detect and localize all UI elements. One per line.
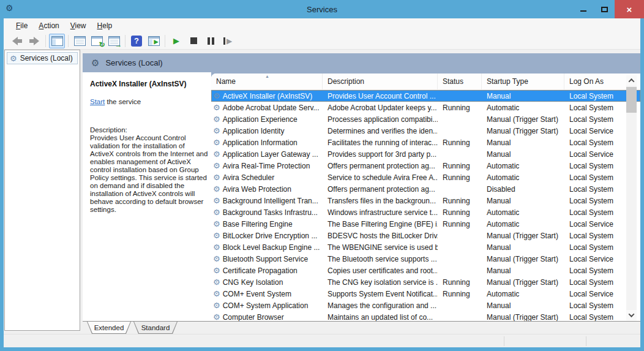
service-gear-icon: ⚙ (213, 313, 220, 321)
view-tabs: ExtendedStandard (83, 321, 640, 334)
table-row[interactable]: ⚙Bluetooth Support Service The Bluetooth… (211, 253, 640, 265)
menu-item[interactable]: Help (92, 20, 118, 32)
service-gear-icon: ⚙ (213, 208, 220, 216)
service-gear-icon: ⚙ (213, 232, 220, 240)
services-window: ⚙ Services × FileActionViewHelp ↻ → ? (0, 0, 644, 351)
table-row[interactable]: ⚙Application Information Facilitates the… (211, 137, 640, 148)
restart-service-icon[interactable]: ▶ (220, 34, 236, 48)
description-text: Provides User Account Control validation… (90, 134, 210, 214)
table-row[interactable]: ⚙Application Experience Processes applic… (211, 113, 640, 125)
service-gear-icon: ⚙ (213, 290, 220, 298)
service-gear-icon: ⚙ (213, 173, 220, 181)
table-row[interactable]: ⚙Avira Scheduler Service to schedule Avi… (211, 172, 640, 183)
properties-icon[interactable] (72, 34, 88, 48)
window-border-right (640, 18, 644, 351)
table-row[interactable]: ⚙Adobe Acrobat Update Serv... Adobe Acro… (211, 102, 640, 113)
window-title: Services (0, 5, 644, 14)
stop-service-icon[interactable] (185, 34, 201, 48)
window-controls: × (573, 0, 644, 18)
service-rows: ⚙ActiveX Installer (AxInstSV) Provides U… (211, 90, 640, 321)
tree-item-services-local[interactable]: ⚙ Services (Local) (7, 52, 78, 64)
table-row[interactable]: ⚙Background Intelligent Tran... Transfer… (211, 195, 640, 206)
maximize-button[interactable] (594, 0, 615, 18)
service-gear-icon: ⚙ (213, 243, 220, 251)
maximize-icon (601, 7, 608, 12)
service-gear-icon: ⚙ (213, 197, 220, 205)
menu-item[interactable]: View (66, 20, 91, 32)
table-row[interactable]: ⚙Computer Browser Maintains an updated l… (211, 311, 640, 321)
refresh-icon[interactable]: ↻ (89, 34, 105, 48)
forward-icon[interactable] (26, 34, 42, 48)
status-bar (4, 334, 640, 347)
column-header-log-on-as[interactable]: Log On As (564, 74, 626, 89)
list-header: Name Description Status Startup Type Log… (211, 74, 640, 90)
table-row[interactable]: ⚙Application Layer Gateway ... Provides … (211, 148, 640, 160)
selected-service-title: ActiveX Installer (AxInstSV) (90, 80, 206, 88)
menu-item[interactable]: File (11, 20, 32, 32)
status-bar-separator (504, 336, 504, 346)
table-row[interactable]: ⚙Avira Real-Time Protection Offers perma… (211, 160, 640, 172)
service-gear-icon: ⚙ (213, 255, 220, 263)
service-action: Start the service (90, 98, 206, 105)
scrollbar-thumb[interactable] (626, 87, 637, 113)
start-service-link[interactable]: Start (90, 98, 105, 105)
table-row[interactable]: ⚙COM+ System Application Manages the con… (211, 300, 640, 311)
toolbar: ↻ → ? ▶ ▶ ▶ (4, 32, 640, 50)
toolbar-separator (45, 35, 46, 47)
start-service-icon[interactable]: ▶ (168, 34, 184, 48)
service-gear-icon: ⚙ (213, 162, 220, 170)
toolbar-separator (125, 35, 125, 47)
service-gear-icon: ⚙ (213, 150, 220, 158)
service-description-panel: ActiveX Installer (AxInstSV) Start the s… (83, 72, 211, 321)
table-row[interactable]: ⚙BitLocker Drive Encryption ... BDESVC h… (211, 230, 640, 241)
services-gear-icon: ⚙ (91, 58, 99, 67)
extended-view-icon[interactable]: ▶ (146, 34, 162, 48)
status-bar-separator (586, 336, 586, 346)
toolbar-separator (68, 35, 69, 47)
service-gear-icon: ⚙ (213, 138, 220, 146)
pause-service-icon[interactable] (203, 34, 219, 48)
table-row[interactable]: ⚙Background Tasks Infrastru... Windows i… (211, 206, 640, 218)
table-row[interactable]: ⚙CNG Key Isolation The CNG key isolation… (211, 276, 640, 288)
service-gear-icon: ⚙ (213, 127, 220, 135)
console-tree-panel: ⚙ Services (Local) (4, 50, 80, 331)
help-icon[interactable]: ? (129, 34, 144, 48)
table-row[interactable]: ⚙Avira Web Protection Offers permanent p… (211, 183, 640, 195)
menu-bar: FileActionViewHelp (4, 18, 640, 32)
view-tab[interactable]: Extended (87, 322, 131, 334)
table-row[interactable]: ⚙Certificate Propagation Copies user cer… (211, 265, 640, 276)
table-row[interactable]: ⚙COM+ Event System Supports System Event… (211, 288, 640, 300)
service-gear-icon: ⚙ (213, 115, 220, 123)
column-header-description[interactable]: Description (323, 74, 438, 89)
view-tab[interactable]: Standard (133, 322, 178, 334)
pane-title: Services (Local) (105, 58, 162, 67)
service-gear-icon: ⚙ (213, 92, 220, 100)
show-console-tree-icon[interactable] (49, 34, 65, 48)
menu-item[interactable]: Action (34, 20, 64, 32)
description-label: Description: (90, 126, 206, 134)
back-icon[interactable] (9, 34, 25, 48)
table-row[interactable]: ⚙Base Filtering Engine The Base Filterin… (211, 218, 640, 230)
export-list-icon[interactable]: → (106, 34, 122, 48)
table-row[interactable]: ⚙ActiveX Installer (AxInstSV) Provides U… (211, 90, 640, 102)
service-gear-icon: ⚙ (213, 220, 220, 228)
services-list: Name Description Status Startup Type Log… (211, 74, 640, 321)
service-gear-icon: ⚙ (213, 278, 220, 286)
title-bar: ⚙ Services × (0, 0, 644, 18)
scroll-down-icon[interactable] (626, 310, 637, 320)
vertical-scrollbar[interactable] (626, 75, 637, 320)
service-gear-icon: ⚙ (213, 266, 220, 274)
window-border-bottom (0, 347, 644, 351)
scroll-up-icon[interactable] (626, 75, 637, 86)
window-border-left (0, 18, 4, 351)
service-gear-icon: ⚙ (213, 185, 220, 193)
services-gear-icon: ⚙ (10, 55, 17, 62)
table-row[interactable]: ⚙Block Level Backup Engine ... The WBENG… (211, 241, 640, 253)
minimize-icon (580, 10, 586, 12)
close-button[interactable]: × (615, 0, 644, 18)
minimize-button[interactable] (573, 0, 594, 18)
column-header-startup-type[interactable]: Startup Type (482, 74, 564, 89)
sort-ascending-icon: ▲ (265, 74, 269, 78)
column-header-status[interactable]: Status (438, 74, 482, 89)
table-row[interactable]: ⚙Application Identity Determines and ver… (211, 125, 640, 137)
